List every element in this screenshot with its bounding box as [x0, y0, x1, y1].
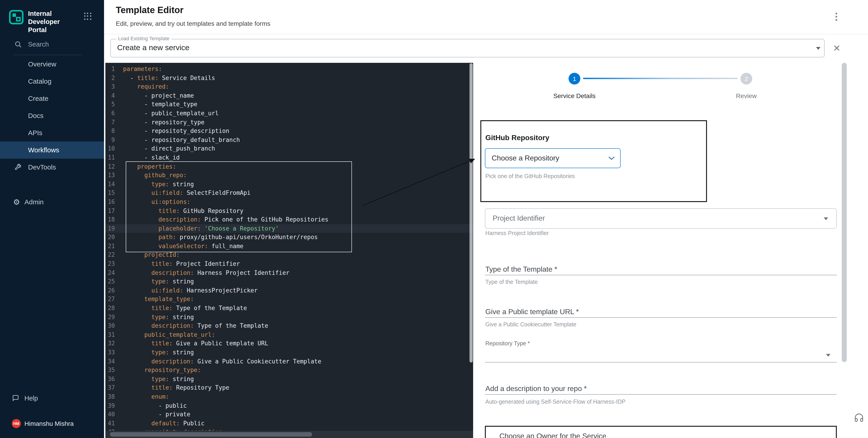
code-line[interactable]: 31 public_template_url: [105, 330, 473, 339]
code-line[interactable]: 10 - direct_push_branch [105, 144, 473, 153]
page-title: Template Editor [116, 5, 183, 15]
template-type-underline[interactable] [485, 275, 837, 275]
code-line[interactable]: 34 description: Give a Public Cookiecutt… [105, 357, 473, 366]
sidebar-search[interactable]: Search [0, 36, 104, 53]
sidebar-divider [13, 55, 82, 55]
admin-label: Admin [24, 198, 44, 206]
code-line[interactable]: 25 type: string [105, 277, 473, 286]
load-template-label: Load Existing Template [116, 36, 171, 41]
apps-grid-icon[interactable] [84, 13, 91, 20]
brand-title: Internal Developer Portal [28, 9, 82, 34]
code-line[interactable]: 39 - public [105, 401, 473, 410]
template-type-input[interactable]: Type of the Template * [485, 265, 557, 273]
code-line[interactable]: 13 github_repo: [105, 171, 473, 180]
code-line[interactable]: 29 type: string [105, 312, 473, 322]
code-line[interactable]: 38 enum: [105, 392, 473, 401]
repo-description-input[interactable]: Add a description to your repo * [485, 385, 587, 393]
code-line[interactable]: 32 title: Give a Public template URL [105, 339, 473, 348]
code-line[interactable]: 18 description: Pick one of the GitHub R… [105, 215, 473, 224]
template-type-helper: Type of the Template [485, 279, 538, 285]
chat-icon [12, 395, 19, 401]
code-line[interactable]: 6 - public_template_url [105, 109, 473, 118]
brand-title-line2: Portal [28, 26, 82, 34]
code-line[interactable]: 1parameters: [105, 65, 473, 73]
github-repo-placeholder: Choose a Repository [492, 154, 559, 162]
code-line[interactable]: 8 - repositoty_description [105, 127, 473, 135]
code-line[interactable]: 26 ui:field: HarnessProjectPicker [105, 286, 473, 295]
repo-description-underline[interactable] [485, 394, 837, 395]
horizontal-scrollbar[interactable] [105, 431, 473, 438]
wrench-icon [14, 164, 21, 170]
code-line[interactable]: 28 title: Type of the Template [105, 304, 473, 312]
public-template-url-input[interactable]: Give a Public template URL * [485, 308, 579, 316]
code-line[interactable]: 11 - slack_id [105, 153, 473, 162]
sidebar-item-workflows[interactable]: Workflows [0, 141, 104, 159]
code-line[interactable]: 24 description: Harness Project Identifi… [105, 268, 473, 277]
help-label: Help [24, 395, 38, 402]
code-line[interactable]: 20 path: proxy/github-api/users/OrkoHunt… [105, 233, 473, 242]
sidebar-item-devtools-label: DevTools [28, 163, 56, 171]
sidebar-item-admin[interactable]: ⚙ Admin [0, 194, 104, 211]
horizontal-scrollbar-thumb[interactable] [110, 432, 312, 437]
sidebar-item-catalog[interactable]: Catalog [0, 73, 104, 90]
chevron-down-icon [608, 157, 615, 160]
dropdown-caret-icon [816, 47, 820, 50]
code-line[interactable]: 23 title: Project Identifier [105, 260, 473, 268]
sidebar-item-help[interactable]: Help [0, 390, 104, 407]
repository-type-label: Repository Type * [485, 340, 530, 347]
code-line[interactable]: 37 title: Repository Type [105, 383, 473, 392]
code-line[interactable]: 22 projectId: [105, 250, 473, 260]
code-line[interactable]: 19 placeholder: 'Choose a Repository' [105, 224, 473, 233]
avatar: HM [12, 419, 21, 428]
stepper-connector [583, 78, 738, 79]
sidebar-item-overview[interactable]: Overview [0, 56, 104, 73]
code-line[interactable]: 36 type: string [105, 375, 473, 383]
load-template-select[interactable]: Load Existing Template Create a new serv… [111, 39, 825, 58]
code-line[interactable]: 5 - template_type [105, 100, 473, 109]
code-line[interactable]: 21 valueSelector: full_name [105, 242, 473, 250]
header-divider [104, 34, 868, 34]
code-line[interactable]: 3 required: [105, 82, 473, 91]
code-line[interactable]: 41 default: Public [105, 419, 473, 428]
code-line[interactable]: 30 description: Type of the Template [105, 322, 473, 330]
code-line[interactable]: 40 - private [105, 410, 473, 419]
code-line[interactable]: 27 template_type: [105, 295, 473, 304]
brand-title-line1: Internal Developer [28, 9, 82, 26]
code-line[interactable]: 14 type: string [105, 180, 473, 189]
sidebar-nav: Overview Catalog Create Docs APIs Workfl… [0, 56, 104, 176]
code-line[interactable]: 35 repository_type: [105, 366, 473, 374]
code-line[interactable]: 33 type: string [105, 348, 473, 357]
panel-scrollbar[interactable] [842, 63, 847, 362]
step-1-indicator[interactable]: 1 [568, 73, 580, 85]
step-1-label: Service Details [529, 92, 620, 99]
step-2-number: 2 [745, 75, 748, 82]
code-line[interactable]: 12 properties: [105, 162, 473, 171]
sidebar-item-docs[interactable]: Docs [0, 107, 104, 124]
project-identifier-select[interactable]: Project Identifier [485, 208, 837, 229]
editor-vertical-scrollbar[interactable] [469, 63, 473, 363]
code-line[interactable]: 9 - repository_default_branch [105, 136, 473, 144]
sidebar-item-devtools[interactable]: DevTools [0, 159, 104, 176]
kebab-menu-icon[interactable] [834, 12, 839, 22]
code-line[interactable]: 16 ui:options: [105, 198, 473, 206]
support-headset-icon[interactable] [854, 413, 864, 423]
close-icon[interactable]: × [831, 42, 842, 54]
project-identifier-label: Project Identifier [493, 214, 545, 223]
code-line[interactable]: 2 - title: Service Details [105, 73, 473, 82]
code-line[interactable]: 17 title: GitHub Repository [105, 206, 473, 215]
idp-logo-icon [8, 9, 24, 25]
step-1-number: 1 [573, 75, 576, 82]
github-repo-select[interactable]: Choose a Repository [485, 148, 621, 168]
dropdown-caret-icon [824, 217, 828, 220]
code-line[interactable]: 4 - project_name [105, 91, 473, 100]
page-subtitle: Edit, preview, and try out templates and… [116, 20, 270, 27]
code-editor[interactable]: 1parameters:2 - title: Service Details3 … [105, 63, 473, 438]
sidebar-item-apis[interactable]: APIs [0, 124, 104, 141]
user-profile[interactable]: HM Himanshu Mishra [0, 415, 104, 432]
code-line[interactable]: 7 - repository_type [105, 118, 473, 127]
code-line[interactable]: 15 ui:field: SelectFieldFromApi [105, 189, 473, 198]
public-template-url-underline[interactable] [485, 317, 837, 318]
sidebar-item-create[interactable]: Create [0, 90, 104, 107]
step-2-indicator[interactable]: 2 [740, 73, 752, 85]
repository-type-select[interactable] [485, 362, 837, 363]
